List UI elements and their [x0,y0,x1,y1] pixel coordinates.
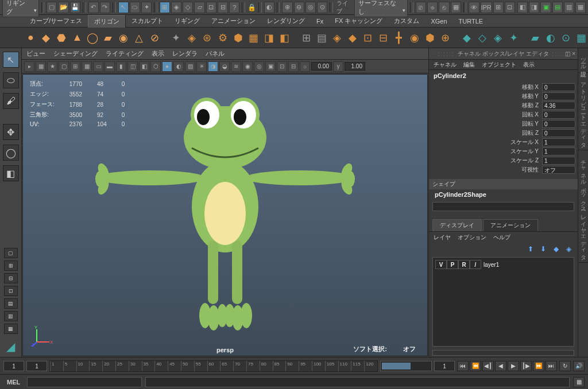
file-open-icon[interactable]: 📂 [58,2,68,13]
vp-light-icon[interactable]: ☀ [196,61,207,72]
render-view-icon[interactable]: ⊞ [493,2,504,13]
snap-view-icon[interactable]: ⊡ [206,2,216,13]
layer-move-up-icon[interactable]: ⬆ [526,244,535,254]
step-forward-icon[interactable]: ┃▶ [520,361,532,371]
paint-select-icon[interactable]: ✦ [141,2,152,13]
ipr-icon[interactable]: IPR [481,2,492,13]
construction-history-icon[interactable]: ⎚ [416,2,426,13]
view-menu-show[interactable]: 表示 [152,49,164,58]
input-icon[interactable]: ⎆ [427,2,438,13]
timeline-range-end[interactable]: 1 [434,361,455,371]
snap-curve-icon[interactable]: ◈ [171,2,181,13]
shape-name[interactable]: pCylinder2Shape [429,189,578,200]
move-tool[interactable]: ✥ [3,124,19,140]
symmetry-icon[interactable]: ⊖ [294,2,304,13]
vp-cam-attr-icon[interactable]: ▦ [36,61,46,72]
layer-row[interactable]: V P R / layer1 [435,260,571,269]
play-back-icon[interactable]: ◀ [495,361,506,371]
layout-c[interactable]: ▤ [4,298,18,309]
layout-e[interactable]: ▦ [4,324,18,334]
snap-plane-icon[interactable]: ▱ [194,2,204,13]
vp-exposure[interactable]: 0.00 [311,62,332,71]
timeline-start[interactable]: 1 [3,361,24,371]
vp-dof-icon[interactable]: ◉ [242,61,253,72]
bevel-icon[interactable]: ◆ [346,30,359,46]
view-menu-renderer[interactable]: レンダラ [172,49,198,58]
snap-point-icon[interactable]: ◇ [183,2,193,13]
3d-viewport[interactable]: 頂点:1770480エッジ:3552740フェース:1788280三角形:350… [22,74,428,356]
layer-tab-display[interactable]: ディスプレイ [432,219,482,231]
snap-grid-icon[interactable]: ⊞ [160,2,170,13]
attr-value[interactable]: 0 [542,83,575,91]
panel4-icon[interactable]: ▤ [552,2,563,13]
cone-icon[interactable]: ▲ [71,30,84,46]
output-icon[interactable]: ⎋ [439,2,449,13]
layer-menu-help[interactable]: ヘルプ [493,234,510,242]
vp-ao-icon[interactable]: ◒ [219,61,230,72]
helix-icon[interactable]: ⊛ [200,30,214,46]
disc-icon[interactable]: ◉ [117,30,130,46]
audio-icon[interactable]: 🔊 [573,361,585,371]
vp-motion-icon[interactable]: ≋ [231,61,241,72]
lasso-tool[interactable]: ⬭ [3,72,19,88]
view-menu-view[interactable]: ビュー [26,49,45,58]
select-tool[interactable]: ↖ [3,52,19,68]
bool-union-icon[interactable]: ◆ [461,30,474,46]
layer-list[interactable]: V P R / layer1 [432,257,574,347]
separate-icon[interactable]: ▤ [315,30,328,46]
bool-diff-icon[interactable]: ◇ [476,30,489,46]
vp-flat-icon[interactable]: ◐ [173,61,184,72]
vp-bookmark-icon[interactable]: ★ [47,61,57,72]
supersphere-icon[interactable]: ▦ [247,30,260,46]
cb-menu-object[interactable]: オブジェクト [482,61,516,69]
tab-polygons[interactable]: ポリゴン [88,15,126,28]
command-line[interactable] [27,377,142,387]
attr-value[interactable]: 1 [542,147,575,155]
vtab-channel-box[interactable]: チャネル ボックス/レイヤ エディタ [578,150,588,263]
panel2-icon[interactable]: ◨ [529,2,539,13]
vp-res-gate-icon[interactable]: ▬ [105,61,115,72]
workspace-dropdown[interactable]: リギング [2,0,39,17]
vp-expose-icon[interactable]: ☼ [300,61,310,72]
mirror-icon[interactable]: ⊕ [439,30,452,46]
gear-icon[interactable]: ⚙ [216,30,229,46]
attr-value[interactable]: 0 [542,92,575,100]
sculpt-icon[interactable]: ✦ [507,30,520,46]
view-menu-lighting[interactable]: ライティング [106,49,144,58]
select-mode-icon[interactable]: ↖ [118,2,129,13]
vp-aa-icon[interactable]: ◎ [254,61,264,72]
file-save-icon[interactable]: 💾 [70,2,80,13]
pivot-icon[interactable]: ◎ [305,2,316,13]
vtab-tool-settings[interactable]: ツール設定 [578,48,588,73]
vp-image-plane-icon[interactable]: ▢ [59,61,69,72]
step-forward-key-icon[interactable]: ⏩ [533,361,544,371]
attr-value[interactable]: 1 [542,157,575,165]
attr-value[interactable]: 0 [542,120,575,128]
scale-tool[interactable]: ◧ [3,165,19,181]
layer-menu-options[interactable]: オプション [458,234,486,242]
bridge-icon[interactable]: ⊡ [361,30,374,46]
append-icon[interactable]: ⊟ [377,30,390,46]
transform-icon[interactable]: ⊕ [282,2,292,13]
vp-film-gate-icon[interactable]: ▭ [93,61,103,72]
torus-icon[interactable]: ◯ [86,30,99,46]
play-forward-icon[interactable]: ▶ [508,361,519,371]
vp-select-cam-icon[interactable]: ▸ [24,61,34,72]
target-weld-icon[interactable]: ◉ [408,30,421,46]
layer-new-sel-icon[interactable]: ◈ [564,244,573,254]
layer-ref-toggle[interactable]: R [458,260,470,269]
vp-xray-joint-icon[interactable]: ⊟ [288,61,299,72]
layout-single[interactable]: ▢ [4,248,18,258]
render-icon[interactable]: 👁 [469,2,479,13]
script-editor-icon[interactable]: ▦ [573,377,585,387]
shape-input[interactable] [432,202,574,211]
attr-value[interactable]: 0 [542,129,575,137]
layer-tab-anim[interactable]: アニメーション [483,219,538,231]
time-slider[interactable]: 1510152025303540455055606570758085909510… [49,360,378,372]
crease-icon[interactable]: ◐ [544,30,557,46]
soccer-icon[interactable]: ⬢ [231,30,245,46]
step-back-key-icon[interactable]: ⏪ [470,361,481,371]
layer-name[interactable]: layer1 [481,262,499,268]
tab-fx[interactable]: Fx [311,16,329,26]
view-menu-panels[interactable]: パネル [206,49,225,58]
